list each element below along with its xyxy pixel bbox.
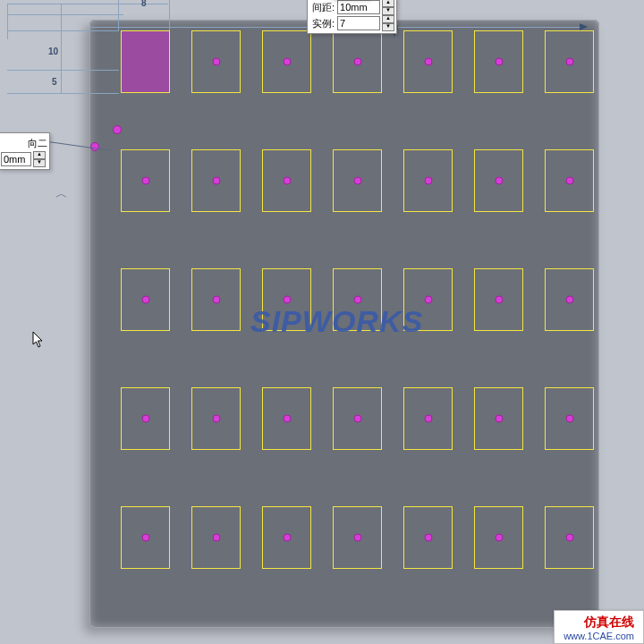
panel2-row1-spinner[interactable]: ▲▼: [33, 151, 46, 167]
dim-line-left-h2: [7, 70, 119, 71]
spinner-up-icon[interactable]: ▲: [382, 0, 394, 7]
instance-center-point: [495, 534, 503, 542]
instance-center-point: [141, 415, 149, 423]
pattern-instance[interactable]: [191, 506, 241, 569]
pattern-instance[interactable]: [474, 30, 523, 93]
panel1-row1-input[interactable]: 10mm: [337, 0, 380, 14]
pattern-instance[interactable]: [262, 506, 311, 569]
instance-center-point: [283, 296, 291, 304]
collapse-chevron-icon[interactable]: ︿: [55, 186, 68, 202]
pattern-instance[interactable]: [403, 30, 453, 93]
pattern-instance[interactable]: [403, 149, 453, 212]
instance-center-point: [495, 58, 503, 66]
dim-line-top-v1: [118, 0, 119, 30]
pattern-instance[interactable]: [333, 387, 382, 450]
pattern-instance[interactable]: [403, 506, 453, 569]
pattern-instance[interactable]: [333, 268, 382, 331]
spinner-down-icon[interactable]: ▼: [382, 7, 394, 15]
instance-center-point: [565, 58, 573, 66]
pattern-instance[interactable]: [191, 30, 241, 93]
pattern-instance[interactable]: [191, 149, 241, 212]
panel2-row1-input[interactable]: 0mm: [1, 152, 31, 166]
instance-center-point: [424, 58, 432, 66]
instance-center-point: [424, 177, 432, 185]
instance-center-point: [283, 177, 291, 185]
pattern-instance[interactable]: [121, 506, 170, 569]
pattern-instance[interactable]: [403, 387, 453, 450]
panel2-title: 向二: [28, 137, 47, 150]
pattern-instance[interactable]: [121, 387, 170, 450]
pattern-instance[interactable]: [121, 268, 170, 331]
instance-center-point: [424, 534, 432, 542]
spinner-down-icon[interactable]: ▼: [33, 159, 46, 167]
spinner-up-icon[interactable]: ▲: [33, 151, 46, 159]
panel1-row2-input[interactable]: 7: [337, 16, 380, 30]
pattern-instance[interactable]: [545, 387, 594, 450]
brand-watermark: 仿真在线 www.1CAE.com: [554, 610, 644, 644]
instance-center-point: [212, 534, 220, 542]
pattern-instance[interactable]: [191, 387, 241, 450]
pattern-instance[interactable]: [333, 149, 382, 212]
instance-center-point: [141, 177, 149, 185]
sketch-point-b[interactable]: [113, 125, 122, 134]
pattern-instance[interactable]: [262, 30, 311, 93]
pattern-instance[interactable]: [474, 387, 523, 450]
instance-center-point: [283, 534, 291, 542]
brand-cn: 仿真在线: [564, 614, 634, 631]
pattern-instance[interactable]: [545, 149, 594, 212]
spinner-up-icon[interactable]: ▲: [382, 15, 394, 23]
instance-center-point: [353, 296, 361, 304]
dim-line-left-h1: [7, 30, 119, 31]
instance-center-point: [353, 177, 361, 185]
instance-center-point: [212, 415, 220, 423]
panel1-row2-label: 实例:: [309, 17, 337, 30]
dim-line-left-h3: [7, 93, 119, 94]
pattern-instance[interactable]: [262, 149, 311, 212]
panel1-row2-spinner[interactable]: ▲▼: [382, 15, 394, 31]
instance-center-point: [565, 415, 573, 423]
pattern-instance[interactable]: [333, 30, 382, 93]
instance-center-point: [565, 177, 573, 185]
direction-1-arrow-icon: [580, 23, 588, 30]
instance-center-point: [141, 296, 149, 304]
instance-center-point: [353, 58, 361, 66]
pattern-instance[interactable]: [545, 506, 594, 569]
pattern-instance[interactable]: [545, 30, 594, 93]
cursor-icon: [32, 331, 45, 349]
pattern-instance[interactable]: [474, 149, 523, 212]
instance-center-point: [212, 58, 220, 66]
pattern-instance[interactable]: [403, 268, 453, 331]
dim-label-left-5: 5: [52, 77, 57, 87]
instance-center-point: [495, 296, 503, 304]
pattern-instance[interactable]: [121, 149, 170, 212]
pattern-instance[interactable]: [474, 268, 523, 331]
instance-center-point: [424, 296, 432, 304]
instance-center-point: [212, 296, 220, 304]
instance-center-point: [141, 534, 149, 542]
pattern-instance[interactable]: [191, 268, 241, 331]
instance-center-point: [283, 58, 291, 66]
pattern-instance[interactable]: [121, 30, 170, 93]
spinner-down-icon[interactable]: ▼: [382, 23, 394, 31]
instance-center-point: [424, 415, 432, 423]
instance-center-point: [283, 415, 291, 423]
instance-center-point: [565, 534, 573, 542]
dim-line-left-v: [61, 4, 62, 93]
dim-line-top-2: [7, 14, 123, 15]
direction-2-panel[interactable]: 向二 0mm ▲▼: [0, 132, 50, 170]
pattern-instance[interactable]: [262, 268, 311, 331]
pattern-instance[interactable]: [545, 268, 594, 331]
pattern-instance[interactable]: [333, 506, 382, 569]
instance-center-point: [495, 177, 503, 185]
instance-center-point: [212, 177, 220, 185]
direction-1-panel[interactable]: 间距: 10mm ▲▼ 实例: 7 ▲▼: [307, 0, 397, 34]
instance-center-point: [353, 415, 361, 423]
instance-center-point: [353, 534, 361, 542]
pattern-instance[interactable]: [262, 387, 311, 450]
cad-viewport[interactable]: 8 10 5 40 间距: 10mm ▲▼ 实例: 7 ▲▼ 方向一 向二 0m…: [0, 0, 644, 644]
instance-center-point: [495, 415, 503, 423]
instance-center-point: [565, 296, 573, 304]
dim-label-left-10: 10: [48, 47, 58, 56]
pattern-instance[interactable]: [474, 506, 523, 569]
panel1-row1-spinner[interactable]: ▲▼: [382, 0, 394, 15]
